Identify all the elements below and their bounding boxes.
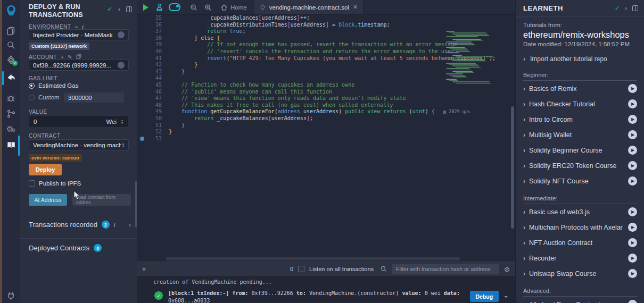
play-icon[interactable]: ▶ bbox=[628, 99, 637, 108]
tutorial-item[interactable]: ›NFT Auction Contract▶ bbox=[516, 235, 644, 250]
line-number[interactable]: 44 bbox=[137, 75, 162, 82]
play-icon[interactable]: ▶ bbox=[628, 115, 637, 124]
account-copy-icon[interactable] bbox=[118, 62, 125, 69]
code-line[interactable]: 52} bbox=[137, 129, 515, 136]
play-icon[interactable]: ▶ bbox=[628, 130, 637, 139]
tutorial-item[interactable]: ›Uniswap Swap Course▶ bbox=[516, 266, 644, 281]
code-line[interactable]: 36 _cupcakeDistributionTimes[userAddress… bbox=[137, 22, 515, 29]
transaction-log-entry[interactable]: ✓ [block:1 txIndex:-] from: 0xf39...9226… bbox=[153, 290, 515, 303]
search-icon[interactable] bbox=[381, 266, 387, 272]
code-line[interactable]: 35 _cupcakeBalances[userAddress]++; bbox=[137, 15, 515, 22]
custom-gas-input[interactable] bbox=[64, 92, 124, 103]
clear-console-icon[interactable]: ⊘ bbox=[504, 266, 510, 273]
tutorial-item[interactable]: ›Solidity NFT Course▶ bbox=[516, 173, 644, 189]
debug-button[interactable]: Debug bbox=[470, 291, 499, 302]
play-icon[interactable]: ▶ bbox=[628, 300, 637, 303]
vertical-scrollbar[interactable] bbox=[511, 106, 514, 229]
panel-chevron-icon[interactable]: › bbox=[625, 5, 627, 11]
contract-select[interactable]: VendingMachine - vending-machin ▲▼ bbox=[29, 139, 129, 151]
tutorial-item[interactable]: ›Multisig Wallet▶ bbox=[516, 127, 644, 142]
deploy-run-icon[interactable] bbox=[2, 72, 20, 82]
value-input[interactable] bbox=[29, 119, 106, 125]
code-line[interactable]: 48 // This makes it free to call (no gas… bbox=[137, 102, 515, 109]
play-icon[interactable]: ▶ bbox=[628, 238, 637, 247]
code-line[interactable]: 46 // 'public' means anyone can call thi… bbox=[137, 89, 515, 96]
line-number[interactable]: 48 bbox=[137, 102, 162, 109]
tutorial-item[interactable]: ›Solidity Beginner Course▶ bbox=[516, 142, 644, 158]
at-address-button[interactable]: At Address bbox=[29, 194, 67, 206]
horizontal-scrollbar[interactable] bbox=[166, 257, 460, 260]
line-number[interactable]: 40 bbox=[137, 48, 162, 55]
play-icon[interactable]: ▶ bbox=[628, 161, 637, 170]
git-icon[interactable] bbox=[2, 110, 20, 118]
tutorial-item[interactable]: ›Basics of Remix▶ bbox=[516, 81, 644, 96]
home-tab[interactable]: Home bbox=[230, 4, 247, 11]
line-number[interactable]: 41 bbox=[137, 55, 162, 62]
value-unit-select[interactable]: Wei ▲▼ bbox=[106, 119, 128, 125]
learneth-icon[interactable] bbox=[2, 140, 20, 150]
minimap[interactable] bbox=[445, 31, 492, 84]
line-number[interactable]: 39 bbox=[137, 41, 162, 48]
environment-select[interactable]: Injected Provider - MetaMask bbox=[29, 29, 129, 40]
custom-gas-option[interactable]: Custom bbox=[29, 94, 60, 100]
walkthrough-person-icon[interactable] bbox=[155, 3, 163, 11]
line-number[interactable]: 38 bbox=[137, 35, 162, 42]
environment-delete-icon[interactable] bbox=[118, 31, 125, 38]
tutorial-item[interactable]: ›All about Proxy Contracts▶ bbox=[516, 297, 644, 303]
tutorial-item[interactable]: ›Intro to Circom▶ bbox=[516, 112, 644, 127]
code-line[interactable]: 47 // 'view' means this function only re… bbox=[137, 95, 515, 102]
expand-terminal-icon[interactable]: » bbox=[141, 267, 148, 271]
line-number[interactable]: 49 bbox=[137, 108, 162, 115]
line-number[interactable]: 51 bbox=[137, 122, 162, 129]
line-number[interactable]: 47 bbox=[137, 95, 162, 102]
line-number[interactable]: 36 bbox=[137, 22, 162, 29]
account-select[interactable]: 0xf39...92266 (9999.99929... bbox=[29, 60, 129, 71]
file-tab[interactable]: vending-machine-contract.sol ✕ bbox=[254, 0, 364, 14]
tutorial-item[interactable]: ›Multichain Protocols with Axelar▶ bbox=[516, 220, 644, 235]
remix-logo-icon[interactable] bbox=[2, 4, 20, 17]
tutorial-item[interactable]: ›Hash Checker Tutorial▶ bbox=[516, 96, 644, 112]
custom-gas-radio[interactable] bbox=[29, 95, 35, 100]
code-line[interactable]: 49 function getCupcakeBalanceFor(address… bbox=[137, 108, 515, 115]
estimated-gas-option[interactable]: Estimated Gas bbox=[29, 82, 78, 89]
line-number[interactable]: 45 bbox=[137, 82, 162, 89]
listen-checkbox[interactable] bbox=[298, 266, 304, 272]
line-number[interactable]: 42 bbox=[137, 62, 162, 69]
breakpoint-dot[interactable] bbox=[140, 137, 144, 141]
solidity-compiler-icon[interactable]: ✓ bbox=[2, 55, 20, 64]
import-repo-row[interactable]: › Import another tutorial repo bbox=[516, 55, 644, 63]
line-number[interactable]: 50 bbox=[137, 115, 162, 122]
play-icon[interactable]: ▶ bbox=[628, 254, 637, 263]
play-icon[interactable]: ▶ bbox=[628, 223, 637, 232]
panel-chevron-icon[interactable]: › bbox=[118, 6, 120, 12]
panel-layout-icon[interactable] bbox=[126, 6, 132, 12]
estimated-gas-radio[interactable] bbox=[29, 83, 35, 89]
play-icon[interactable]: ▶ bbox=[628, 146, 637, 155]
edit-account-icon[interactable]: ✎ bbox=[68, 54, 72, 60]
panel-layout-icon[interactable] bbox=[632, 5, 638, 11]
deployed-contracts-row[interactable]: Deployed Contracts 0 bbox=[29, 244, 131, 252]
play-icon[interactable]: ▶ bbox=[628, 84, 637, 93]
plugin-manager-icon[interactable] bbox=[2, 291, 20, 300]
expand-tx-chevron-icon[interactable]: › bbox=[502, 294, 509, 298]
deploy-button[interactable]: Deploy bbox=[29, 164, 62, 175]
expand-chevron-icon[interactable]: › bbox=[129, 222, 131, 228]
at-address-input[interactable]: Load contract from Addres bbox=[72, 194, 131, 206]
zoom-out-icon[interactable] bbox=[190, 4, 197, 11]
line-number[interactable]: 43 bbox=[137, 69, 162, 75]
tutorial-item[interactable]: ›Solidity ERC20 Token Course▶ bbox=[516, 158, 644, 173]
line-number[interactable]: 46 bbox=[137, 89, 162, 96]
tutorial-item[interactable]: ›Basic use of web3.js▶ bbox=[516, 204, 644, 220]
add-account-icon[interactable]: + bbox=[61, 54, 64, 60]
code-editor[interactable]: 35 _cupcakeBalances[userAddress]++;36 _c… bbox=[137, 15, 515, 256]
line-number[interactable]: 37 bbox=[137, 28, 162, 35]
close-tab-icon[interactable]: ✕ bbox=[353, 4, 358, 11]
play-icon[interactable]: ▶ bbox=[628, 269, 637, 278]
transactions-recorded-row[interactable]: Transactions recorded 2 i › bbox=[29, 221, 131, 229]
toggle-icon[interactable] bbox=[169, 3, 180, 11]
play-icon[interactable]: ▶ bbox=[628, 207, 637, 216]
code-line[interactable]: 51 } bbox=[137, 122, 515, 129]
search-icon[interactable] bbox=[2, 41, 20, 49]
publish-ipfs-option[interactable]: Publish to IPFS bbox=[29, 180, 81, 187]
run-script-icon[interactable] bbox=[143, 4, 148, 11]
